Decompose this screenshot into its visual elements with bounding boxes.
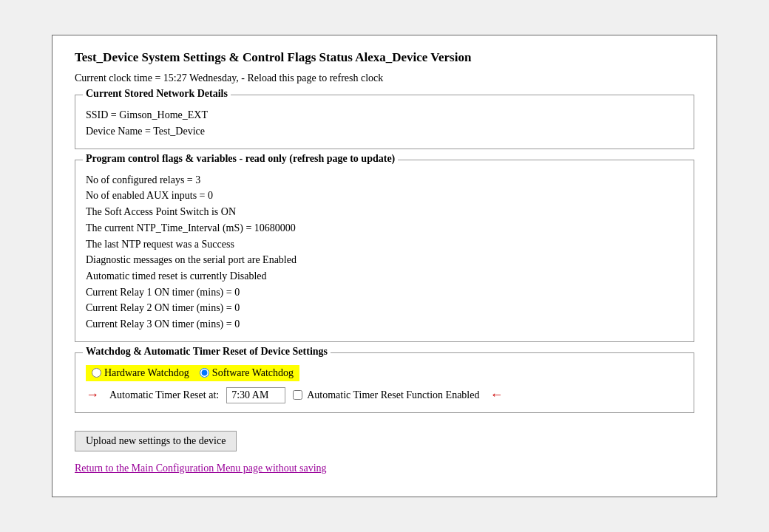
hardware-watchdog-text: Hardware Watchdog	[104, 367, 189, 379]
network-content: SSID = Gimson_Home_EXT Device Name = Tes…	[86, 107, 683, 139]
timer-reset-label: Automatic Timer Reset at:	[109, 389, 219, 401]
software-watchdog-label[interactable]: Software Watchdog	[200, 367, 294, 379]
watchdog-content: Hardware Watchdog Software Watchdog → Au…	[86, 365, 683, 403]
timer-reset-input[interactable]	[226, 387, 285, 403]
software-watchdog-text: Software Watchdog	[212, 367, 294, 379]
auto-timer-checkbox-label[interactable]: Automatic Timer Reset Function Enabled	[293, 389, 479, 401]
watchdog-radio-row: Hardware Watchdog Software Watchdog	[86, 365, 683, 381]
arrow-left-icon: →	[86, 387, 99, 403]
page-title: Test_Device System Settings & Control Fl…	[75, 50, 694, 65]
network-legend: Current Stored Network Details	[83, 88, 231, 100]
main-container: Test_Device System Settings & Control Fl…	[52, 35, 717, 497]
return-link[interactable]: Return to the Main Configuration Menu pa…	[75, 463, 327, 474]
software-watchdog-radio[interactable]	[200, 368, 209, 378]
program-line-3: The current NTP_Time_Interval (mS) = 106…	[86, 220, 683, 236]
program-line-9: Current Relay 3 ON timer (mins) = 0	[86, 316, 683, 332]
hardware-watchdog-label[interactable]: Hardware Watchdog	[92, 367, 189, 379]
program-line-1: No of enabled AUX inputs = 0	[86, 188, 683, 204]
arrow-right-icon: ←	[489, 387, 503, 403]
program-line-5: Diagnostic messages on the serial port a…	[86, 252, 683, 268]
watchdog-radios-highlight: Hardware Watchdog Software Watchdog	[86, 365, 299, 381]
program-line-6: Automatic timed reset is currently Disab…	[86, 268, 683, 284]
clock-line: Current clock time = 15:27 Wednesday, - …	[75, 72, 694, 84]
program-content: No of configured relays = 3 No of enable…	[86, 172, 683, 332]
program-line-0: No of configured relays = 3	[86, 172, 683, 188]
network-section: Current Stored Network Details SSID = Gi…	[75, 95, 694, 149]
auto-timer-checkbox[interactable]	[293, 390, 302, 400]
hardware-watchdog-radio[interactable]	[92, 368, 101, 378]
program-legend: Program control flags & variables - read…	[83, 153, 398, 165]
ssid-line: SSID = Gimson_Home_EXT	[86, 107, 683, 123]
program-line-8: Current Relay 2 ON timer (mins) = 0	[86, 300, 683, 316]
watchdog-section: Watchdog & Automatic Timer Reset of Devi…	[75, 352, 694, 413]
program-section: Program control flags & variables - read…	[75, 160, 694, 342]
upload-button[interactable]: Upload new settings to the device	[75, 431, 237, 451]
device-name-line: Device Name = Test_Device	[86, 123, 683, 140]
timer-reset-row: → Automatic Timer Reset at: Automatic Ti…	[86, 387, 683, 403]
auto-timer-checkbox-text: Automatic Timer Reset Function Enabled	[307, 389, 479, 401]
watchdog-legend: Watchdog & Automatic Timer Reset of Devi…	[83, 346, 331, 358]
bottom-section: Upload new settings to the device Return…	[75, 423, 694, 474]
program-line-7: Current Relay 1 ON timer (mins) = 0	[86, 284, 683, 301]
program-line-2: The Soft Access Point Switch is ON	[86, 204, 683, 220]
program-line-4: The last NTP request was a Success	[86, 236, 683, 253]
